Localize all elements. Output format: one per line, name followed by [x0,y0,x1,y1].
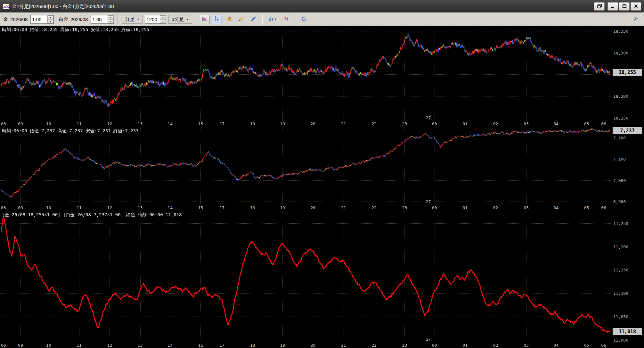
x-axis-label: 00 [432,121,437,126]
x-axis-label: 06 [601,121,606,126]
chart-board-button[interactable] [200,15,210,24]
maximize-button[interactable] [619,2,630,11]
gold-multiplier-arrows: ▲ ▼ [47,15,53,23]
x-axis-label: 10 [46,205,51,210]
x-axis-label: 09 [18,343,23,348]
x-axis-label: 06 [1,343,6,348]
y-axis-label: 18,350 [613,29,628,34]
y-axis-label: 7,100 [613,157,626,162]
gold-chart-canvas[interactable] [0,26,611,121]
popout-window-button[interactable] [594,2,605,11]
gold-contract: 2026/08 [10,17,28,22]
bar-count-down-button[interactable]: ▼ [160,19,166,23]
close-button[interactable] [631,2,641,11]
bar-count-spinner: ▲ ▼ [145,15,166,24]
reload-button[interactable] [299,15,309,24]
x-axis-label: 11 [77,121,82,126]
draw-pen-button[interactable] [249,15,258,24]
pan-hand-button[interactable] [224,15,234,24]
toolbar: 金 2026/08 ▲ ▼ 白金 2026/08 ▲ ▼ 分足 ▼ ▲ [0,12,644,26]
candlestick-style-button[interactable] [281,15,291,24]
cursor-select-button[interactable] [212,15,222,24]
date-marker: 27 [426,337,431,342]
x-axis-label: 13 [138,121,143,126]
popout-icon [597,4,602,9]
y-axis-label: 7,000 [613,178,626,183]
x-axis-label: 22 [371,205,377,210]
indicator-bar-chart-button[interactable]: ▼ [266,15,279,24]
panel-gold: 時刻:06:00 始値:18,255 高値:18,255 安値:18,255 終… [0,26,644,127]
y-axis-label: 11,050 [613,314,628,319]
x-axis-label: 20 [311,205,316,210]
y-axis-label: 11,000 [613,337,628,342]
minimize-button[interactable] [607,2,618,11]
bar-count-input[interactable] [145,15,160,23]
settings-wrench-button[interactable] [631,15,641,24]
date-marker: 27 [426,115,431,120]
x-axis-label: 21 [341,121,346,126]
last-price-tag: 18,255 [613,69,642,76]
bar-count-up-button[interactable]: ▲ [160,15,166,20]
x-axis-label: 14 [167,343,173,348]
x-axis-label: 14 [167,121,173,126]
spread-chart-canvas[interactable] [0,211,611,342]
x-axis-label: 17 [219,343,224,348]
y-axis-label: 18,200 [613,94,628,98]
gold-multiplier-input[interactable] [31,15,47,23]
spread-info: [金 26/08 18,255×1.00]-[白金 26/08 7,237×1.… [2,212,182,218]
period-type-dropdown[interactable]: 分足 ▼ [122,15,143,24]
x-axis-label: 23 [402,121,407,126]
x-axis-label: 06 [601,343,606,348]
y-axis-label: 11,150 [613,268,628,272]
y-axis-label: 18,300 [613,50,628,55]
reload-icon [301,16,306,22]
x-axis-label: 02 [493,121,498,126]
y-axis-label: 18,150 [613,115,628,120]
title-bar[interactable]: 金1分足[2026/08]1.00 - 白金1分足[2026/08]1.00 [0,0,644,12]
interval-label: 1分足 [172,16,184,22]
x-axis-label: 11 [77,343,82,348]
interval-dropdown[interactable]: 1分足 ▼ [168,15,192,24]
x-axis-label: 23 [402,205,407,210]
x-axis-label: 15 [198,205,203,210]
x-axis-label: 18 [250,343,255,348]
gold-label: 金 [3,16,8,22]
panel-platinum: 時刻:06:00 始値:7,237 高値:7,237 安値:7,237 終値:7… [0,127,644,211]
last-price-tag: 7,237 [613,127,642,134]
platinum-chart-canvas[interactable] [0,127,611,205]
draw-pencil-button[interactable] [236,15,246,24]
x-axis-label: 12 [107,205,112,210]
chart-board-icon [202,16,208,22]
y-axis-label: 6,900 [613,199,626,204]
platinum-ohlc-info: 時刻:06:00 始値:7,237 高値:7,237 安値:7,237 終値:7… [2,128,139,134]
x-axis-label: 06 [1,205,6,210]
x-axis-label: 20 [311,343,316,348]
platinum-multiplier-spinner: ▲ ▼ [91,15,114,24]
settings-wrench-icon [633,16,639,22]
x-axis-label: 18 [250,205,255,210]
x-axis-label: 05 [584,205,589,210]
x-axis-label: 02 [493,205,498,210]
x-axis-label: 00 [432,205,437,210]
toolbar-separator [295,14,295,24]
bar-count-arrows: ▲ ▼ [160,15,166,23]
gold-multiplier-up-button[interactable]: ▲ [47,15,53,20]
y-axis-label: 11,100 [613,291,628,296]
platinum-contract: 2026/08 [70,17,88,22]
platinum-multiplier-up-button[interactable]: ▲ [108,15,114,20]
last-price-tag: 11,018 [613,328,642,335]
x-axis-label: 17 [219,205,224,210]
gold-multiplier-down-button[interactable]: ▼ [47,19,53,23]
platinum-multiplier-down-button[interactable]: ▼ [108,19,114,23]
x-axis-label: 10 [46,343,51,348]
draw-pencil-icon [239,16,244,22]
y-axis-label: 11,250 [613,221,628,226]
x-axis-label: 04 [554,343,559,348]
x-axis-label: 02 [493,343,498,348]
platinum-label: 白金 [59,16,68,22]
x-axis-label: 05 [584,343,589,348]
x-axis-label: 12 [107,343,112,348]
chart-area: 時刻:06:00 始値:18,255 高値:18,255 安値:18,255 終… [0,26,644,348]
platinum-multiplier-input[interactable] [91,15,108,23]
x-axis-label: 18 [250,121,255,126]
